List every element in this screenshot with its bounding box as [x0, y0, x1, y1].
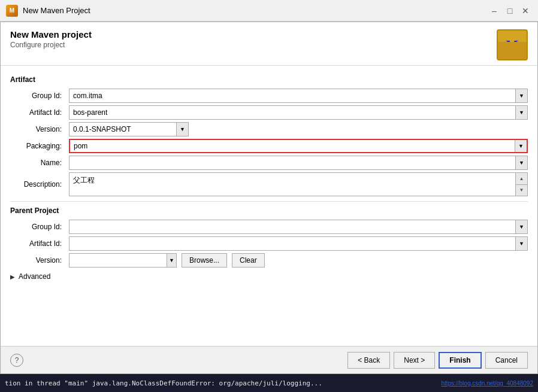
next-button[interactable]: Next > [394, 352, 435, 369]
name-field-wrap: ▼ [69, 156, 528, 170]
version-dropdown-arrow[interactable]: ▼ [176, 123, 188, 136]
description-label: Description: [10, 180, 64, 189]
advanced-label: Advanced [19, 272, 50, 281]
description-scroll-down[interactable]: ▼ [516, 185, 527, 196]
bottom-bar: tion in thread "main" java.lang.NoClassD… [0, 374, 538, 392]
packaging-label: Packaging: [10, 142, 64, 150]
name-dropdown-arrow[interactable]: ▼ [515, 156, 527, 169]
name-row: Name: ▼ [10, 156, 528, 170]
back-button[interactable]: < Back [347, 352, 390, 369]
parent-group-id-arrow[interactable]: ▼ [515, 220, 527, 233]
packaging-dropdown-arrow[interactable]: ▼ [515, 140, 527, 152]
artifact-id-row: Artifact Id: ▼ [10, 105, 528, 120]
app-icon-letter: M [10, 7, 14, 14]
parent-group-id-field-wrap: ▼ [69, 220, 528, 234]
parent-artifact-id-input[interactable] [69, 237, 515, 250]
title-bar: M New Maven Project – □ ✕ [0, 0, 538, 22]
minimize-button[interactable]: – [488, 4, 501, 17]
bottom-bar-text: tion in thread "main" java.lang.NoClassD… [5, 379, 322, 387]
close-button[interactable]: ✕ [519, 4, 532, 17]
bottom-watermark: https://blog.csdn.net/qq_40848092 [442, 380, 533, 387]
parent-group-id-label: Group Id: [10, 223, 64, 231]
parent-version-select-wrap: ▼ [69, 253, 177, 268]
advanced-triangle-icon: ▶ [10, 274, 15, 280]
dialog-header-text: New Maven project Configure project [10, 29, 497, 49]
help-button[interactable]: ? [10, 354, 23, 367]
title-bar-controls: – □ ✕ [488, 4, 532, 17]
maven-icon: M [497, 29, 528, 60]
artifact-id-input[interactable] [69, 106, 515, 119]
advanced-row[interactable]: ▶ Advanced [10, 272, 528, 281]
parent-version-inner: ▼ Browse... Clear [69, 253, 528, 268]
version-label: Version: [10, 125, 64, 133]
description-row: Description: 父工程 ▲ ▼ [10, 172, 528, 196]
description-field-wrap: 父工程 ▲ ▼ [69, 172, 528, 196]
artifact-id-field-wrap: ▼ [69, 105, 528, 120]
packaging-row: Packaging: ▼ [10, 139, 528, 153]
parent-version-arrow[interactable]: ▼ [167, 254, 176, 267]
parent-version-input[interactable] [69, 254, 167, 267]
version-field-wrap: ▼ [69, 122, 189, 136]
description-scroll-arrows: ▲ ▼ [515, 173, 527, 196]
help-icon: ? [15, 356, 19, 364]
browse-button[interactable]: Browse... [182, 253, 227, 268]
dialog-title: New Maven project [10, 29, 497, 39]
parent-artifact-id-label: Artifact Id: [10, 239, 64, 248]
maximize-button[interactable]: □ [503, 4, 516, 17]
version-input[interactable] [69, 123, 176, 136]
dialog-subtitle: Configure project [10, 41, 497, 49]
packaging-input[interactable] [70, 140, 515, 152]
dialog-footer: ? < Back Next > Finish Cancel [1, 346, 537, 373]
clear-button[interactable]: Clear [232, 253, 265, 268]
version-row: Version: ▼ [10, 122, 528, 136]
dialog-content: New Maven project Configure project M Ar… [0, 22, 538, 374]
packaging-field-wrap: ▼ [69, 139, 528, 153]
artifact-id-dropdown-arrow[interactable]: ▼ [515, 106, 527, 119]
parent-project-label: Parent Project [10, 206, 528, 215]
footer-buttons: < Back Next > Finish Cancel [347, 352, 528, 369]
artifact-section-label: Artifact [10, 75, 528, 84]
name-input[interactable] [69, 156, 515, 169]
description-input[interactable]: 父工程 [69, 173, 515, 196]
group-id-field-wrap: ▼ [69, 89, 528, 103]
parent-artifact-id-row: Artifact Id: ▼ [10, 236, 528, 251]
group-id-label: Group Id: [10, 92, 64, 100]
dialog-header: New Maven project Configure project M [1, 22, 537, 66]
finish-button[interactable]: Finish [439, 352, 481, 369]
separator-1 [10, 201, 528, 202]
parent-version-label: Version: [10, 256, 64, 265]
group-id-input[interactable] [69, 89, 515, 102]
title-bar-text: New Maven Project [23, 6, 488, 15]
name-label: Name: [10, 159, 64, 167]
artifact-id-label: Artifact Id: [10, 108, 64, 117]
parent-group-id-input[interactable] [69, 220, 515, 233]
app-icon: M [6, 5, 18, 17]
parent-artifact-id-arrow[interactable]: ▼ [515, 237, 527, 250]
parent-version-row: Version: ▼ Browse... Clear [10, 253, 528, 268]
cancel-button[interactable]: Cancel [485, 352, 528, 369]
group-id-row: Group Id: ▼ [10, 89, 528, 103]
description-scroll-up[interactable]: ▲ [516, 173, 527, 185]
parent-artifact-id-field-wrap: ▼ [69, 236, 528, 251]
dialog-body: Artifact Group Id: ▼ Artifact Id: ▼ Ver [1, 66, 537, 346]
parent-group-id-row: Group Id: ▼ [10, 220, 528, 234]
group-id-dropdown-arrow[interactable]: ▼ [515, 89, 527, 102]
